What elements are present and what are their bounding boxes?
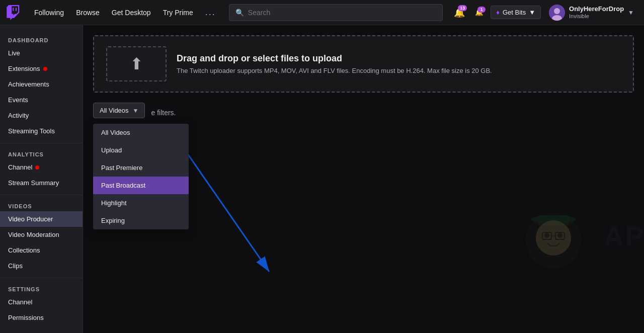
twitch-logo[interactable]	[6, 5, 21, 20]
sidebar-section-analytics: ANALYTICS	[0, 147, 83, 159]
sidebar-item-video-moderation[interactable]: Video Moderation	[0, 227, 83, 242]
sidebar-section-settings: SETTINGS	[0, 282, 83, 294]
svg-point-6	[536, 220, 571, 256]
user-chevron-icon: ▼	[628, 9, 634, 16]
filter-dropdown[interactable]: All Videos ▼	[93, 103, 145, 118]
svg-rect-9	[542, 232, 551, 239]
main-content: ⬆ Drag and drop or select files to uploa…	[83, 25, 644, 333]
extensions-dot	[43, 67, 47, 71]
try-prime-link[interactable]: Try Prime	[158, 6, 198, 20]
sidebar-divider-1	[0, 143, 83, 143]
svg-point-3	[526, 213, 581, 268]
svg-point-8	[557, 233, 562, 238]
bits-icon: ♦	[496, 9, 500, 16]
get-bits-label: Get Bits	[503, 9, 526, 16]
dropdown-menu: All Videos Upload Past Premiere Past Bro…	[93, 124, 189, 229]
search-bar: 🔍	[229, 4, 443, 21]
svg-point-7	[544, 233, 549, 238]
get-bits-button[interactable]: ♦ Get Bits ▼	[491, 6, 541, 19]
sidebar-item-permissions[interactable]: Permissions	[0, 310, 83, 325]
topnav-right: 🔔 13 🔔 1 ♦ Get Bits ▼ OnlyHereForDrop	[451, 3, 638, 23]
following-link[interactable]: Following	[29, 6, 69, 20]
upload-area[interactable]: ⬆ Drag and drop or select files to uploa…	[93, 35, 634, 93]
upload-text: Drag and drop or select files to upload …	[177, 53, 492, 74]
no-content-text: e filters.	[151, 109, 176, 117]
chevron-down-icon: ▼	[133, 107, 139, 114]
get-desktop-link[interactable]: Get Desktop	[107, 6, 156, 20]
filter-current-value: All Videos	[100, 107, 129, 114]
watermark: APUALS	[503, 210, 604, 273]
dropdown-item-all-videos[interactable]: All Videos	[93, 124, 189, 141]
sidebar-item-events[interactable]: Events	[0, 92, 83, 108]
filter-row: All Videos ▼ All Videos Upload Past Prem…	[93, 103, 634, 118]
extensions-label: Extensions	[8, 65, 40, 72]
svg-rect-5	[538, 215, 569, 225]
more-button[interactable]: ...	[200, 4, 221, 21]
sidebar-item-achievements[interactable]: Achievements	[0, 76, 83, 92]
svg-point-1	[554, 8, 560, 14]
channel-dot	[35, 165, 39, 170]
search-icon: 🔍	[235, 9, 244, 17]
dropdown-item-upload[interactable]: Upload	[93, 141, 189, 159]
search-input[interactable]	[248, 9, 436, 17]
sidebar-item-activity[interactable]: Activity	[0, 108, 83, 123]
username: OnlyHereForDrop	[569, 5, 624, 13]
upload-title: Drag and drop or select files to upload	[177, 53, 492, 64]
sidebar-divider-3	[0, 278, 83, 278]
sidebar-item-channel[interactable]: Channel	[0, 159, 83, 175]
sidebar: DASHBOARD Live Extensions Achievements E…	[0, 25, 83, 333]
get-bits-chevron: ▼	[529, 9, 535, 16]
alerts-button[interactable]: 🔔 1	[472, 6, 487, 19]
sidebar-item-collections[interactable]: Collections	[0, 242, 83, 258]
svg-rect-10	[555, 232, 565, 239]
user-menu[interactable]: OnlyHereForDrop Invisible ▼	[545, 3, 638, 23]
notifications-button[interactable]: 🔔 13	[451, 4, 468, 21]
alerts-badge: 1	[477, 7, 486, 13]
watermark-text: APUALS	[604, 220, 644, 253]
watermark-logo	[503, 210, 604, 271]
dropdown-item-past-broadcast[interactable]: Past Broadcast	[93, 177, 189, 194]
topnav-links: Following Browse Get Desktop Try Prime .…	[29, 4, 221, 21]
dropdown-item-highlight[interactable]: Highlight	[93, 194, 189, 212]
sidebar-divider-2	[0, 195, 83, 195]
sidebar-item-video-producer[interactable]: Video Producer	[0, 211, 83, 227]
channel-label: Channel	[8, 163, 32, 171]
upload-icon-box: ⬆	[106, 46, 167, 81]
svg-point-4	[531, 215, 576, 223]
dropdown-item-past-premiere[interactable]: Past Premiere	[93, 159, 189, 177]
sidebar-item-clips[interactable]: Clips	[0, 258, 83, 274]
sidebar-item-extensions[interactable]: Extensions	[0, 61, 83, 76]
notifications-badge: 13	[458, 5, 467, 11]
topnav: Following Browse Get Desktop Try Prime .…	[0, 0, 644, 25]
user-status: Invisible	[569, 13, 624, 20]
sidebar-item-live[interactable]: Live	[0, 45, 83, 61]
sidebar-item-stream-summary[interactable]: Stream Summary	[0, 175, 83, 191]
upload-icon: ⬆	[130, 54, 143, 73]
sidebar-section-videos: VIDEOS	[0, 199, 83, 211]
sidebar-item-channel-settings[interactable]: Channel	[0, 294, 83, 310]
sidebar-item-streaming-tools[interactable]: Streaming Tools	[0, 123, 83, 139]
upload-subtitle: The Twitch uploader supports MP4, MOV, A…	[177, 67, 492, 74]
sidebar-section-dashboard: DASHBOARD	[0, 33, 83, 45]
avatar	[549, 5, 565, 21]
svg-line-13	[179, 141, 269, 272]
dropdown-item-expiring[interactable]: Expiring	[93, 212, 189, 229]
browse-link[interactable]: Browse	[71, 6, 105, 20]
user-info: OnlyHereForDrop Invisible	[569, 5, 624, 20]
app-body: DASHBOARD Live Extensions Achievements E…	[0, 25, 644, 333]
